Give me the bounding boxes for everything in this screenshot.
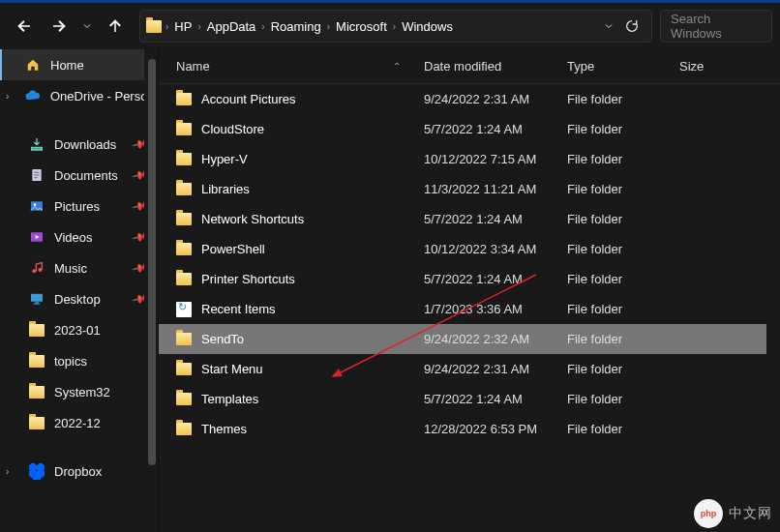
- table-row[interactable]: Recent Items 1/7/2023 3:36 AM File folde…: [159, 294, 780, 324]
- file-list: Name ⌃ Date modified Type Size Account P…: [159, 49, 780, 532]
- refresh-icon[interactable]: [624, 18, 640, 34]
- file-date: 9/24/2022 2:31 AM: [416, 362, 559, 376]
- sidebar-item-videos[interactable]: Videos 📌: [0, 222, 158, 252]
- table-row[interactable]: Hyper-V 10/12/2022 7:15 AM File folder: [159, 144, 780, 174]
- breadcrumb[interactable]: HP: [172, 19, 194, 34]
- file-type: File folder: [559, 422, 672, 436]
- table-row[interactable]: Network Shortcuts 5/7/2022 1:24 AM File …: [159, 204, 780, 234]
- file-name: Templates: [201, 392, 258, 406]
- sidebar-item-label: 2022-12: [54, 416, 101, 430]
- table-row[interactable]: SendTo 9/24/2022 2:32 AM File folder: [159, 324, 780, 354]
- document-icon: [29, 167, 45, 183]
- file-type: File folder: [559, 212, 672, 226]
- chevron-right-icon: ›: [6, 91, 9, 102]
- sidebar-item-label: topics: [54, 354, 87, 369]
- file-date: 5/7/2022 1:24 AM: [416, 212, 559, 226]
- sidebar-item-home[interactable]: Home: [0, 49, 158, 80]
- folder-icon: [146, 20, 162, 33]
- column-header-size[interactable]: Size: [672, 59, 780, 74]
- table-row[interactable]: CloudStore 5/7/2022 1:24 AM File folder: [159, 114, 780, 144]
- svg-rect-6: [31, 294, 43, 302]
- sidebar-item-music[interactable]: Music 📌: [0, 252, 158, 283]
- sidebar-item-label: OneDrive - Perso: [50, 89, 147, 103]
- chevron-right-icon: ›: [261, 21, 264, 32]
- folder-icon: [29, 415, 45, 430]
- sidebar-item-onedrive[interactable]: › OneDrive - Perso: [0, 80, 158, 111]
- file-date: 1/7/2023 3:36 AM: [416, 302, 559, 316]
- file-name: Account Pictures: [201, 92, 296, 106]
- sidebar-item-documents[interactable]: Documents 📌: [0, 160, 158, 191]
- file-name: Network Shortcuts: [201, 212, 304, 226]
- chevron-down-icon[interactable]: [603, 20, 615, 32]
- breadcrumb[interactable]: Roaming: [269, 19, 323, 34]
- file-date: 9/24/2022 2:32 AM: [416, 332, 559, 346]
- table-row[interactable]: Templates 5/7/2022 1:24 AM File folder: [159, 384, 780, 414]
- file-name: Recent Items: [201, 302, 276, 316]
- sidebar-item-label: Pictures: [54, 199, 100, 214]
- folder-icon: [29, 322, 45, 338]
- breadcrumb[interactable]: Windows: [400, 19, 455, 34]
- chevron-right-icon: ›: [165, 21, 168, 32]
- scrollbar-thumb[interactable]: [148, 59, 156, 465]
- download-icon: [29, 136, 45, 152]
- folder-icon: [176, 393, 192, 405]
- forward-button[interactable]: [43, 10, 75, 43]
- table-row[interactable]: Themes 12/28/2022 6:53 PM File folder: [159, 414, 780, 444]
- sidebar-item-label: Desktop: [54, 292, 101, 307]
- breadcrumb[interactable]: AppData: [205, 19, 258, 34]
- file-type: File folder: [559, 302, 672, 316]
- main-area: Home › OneDrive - Perso Downloads 📌 Docu…: [0, 49, 780, 532]
- home-icon: [25, 57, 41, 73]
- sidebar-item-label: Home: [50, 58, 84, 73]
- breadcrumb[interactable]: Microsoft: [334, 19, 389, 34]
- svg-point-2: [34, 203, 37, 206]
- svg-rect-7: [35, 302, 39, 303]
- table-row[interactable]: Printer Shortcuts 5/7/2022 1:24 AM File …: [159, 264, 780, 294]
- file-date: 9/24/2022 2:31 AM: [416, 92, 559, 106]
- sidebar-item-system32[interactable]: System32: [0, 376, 158, 407]
- sidebar-item-label: Videos: [54, 230, 93, 245]
- sidebar-item-topics[interactable]: topics: [0, 345, 158, 376]
- svg-rect-8: [34, 304, 41, 305]
- folder-icon: [176, 363, 192, 375]
- sidebar-item-2022-12[interactable]: 2022-12: [0, 407, 158, 438]
- file-type: File folder: [559, 332, 672, 346]
- file-type: File folder: [559, 242, 672, 256]
- arrow-right-icon: [50, 17, 68, 35]
- sidebar-item-desktop[interactable]: Desktop 📌: [0, 283, 158, 314]
- file-date: 10/12/2022 7:15 AM: [416, 152, 559, 166]
- file-type: File folder: [559, 392, 672, 406]
- folder-icon: [176, 273, 192, 285]
- folder-icon: [176, 333, 192, 345]
- sidebar-item-downloads[interactable]: Downloads 📌: [0, 129, 158, 160]
- back-button[interactable]: [8, 10, 41, 43]
- file-date: 10/12/2022 3:34 AM: [416, 242, 559, 256]
- address-bar[interactable]: › HP › AppData › Roaming › Microsoft › W…: [139, 10, 652, 43]
- column-header-type[interactable]: Type: [559, 59, 672, 74]
- sidebar-item-label: System32: [54, 385, 110, 399]
- table-row[interactable]: Start Menu 9/24/2022 2:31 AM File folder: [159, 354, 780, 384]
- recent-locations-button[interactable]: [77, 10, 97, 43]
- sidebar-item-2023-01[interactable]: 2023-01: [0, 314, 158, 345]
- table-row[interactable]: Libraries 11/3/2022 11:21 AM File folder: [159, 174, 780, 204]
- folder-icon: [176, 423, 192, 435]
- folder-icon: [176, 183, 192, 195]
- file-type: File folder: [559, 122, 672, 136]
- sidebar-item-dropbox[interactable]: › Dropbox: [0, 456, 158, 487]
- search-box[interactable]: Search Windows: [660, 10, 772, 43]
- sidebar-item-label: Dropbox: [54, 464, 102, 479]
- folder-icon: [176, 153, 192, 165]
- up-button[interactable]: [99, 10, 132, 43]
- desktop-icon: [29, 291, 45, 307]
- chevron-right-icon: ›: [197, 21, 200, 32]
- sidebar-item-label: Documents: [54, 168, 118, 183]
- column-header-name[interactable]: Name ⌃: [168, 59, 416, 74]
- table-row[interactable]: PowerShell 10/12/2022 3:34 AM File folde…: [159, 234, 780, 264]
- table-row[interactable]: Account Pictures 9/24/2022 2:31 AM File …: [159, 84, 780, 114]
- column-header-date[interactable]: Date modified: [416, 59, 559, 74]
- navigation-pane: Home › OneDrive - Perso Downloads 📌 Docu…: [0, 49, 159, 532]
- arrow-up-icon: [106, 17, 124, 35]
- file-name: Hyper-V: [201, 152, 248, 166]
- sidebar-item-pictures[interactable]: Pictures 📌: [0, 191, 158, 222]
- column-headers: Name ⌃ Date modified Type Size: [159, 49, 780, 84]
